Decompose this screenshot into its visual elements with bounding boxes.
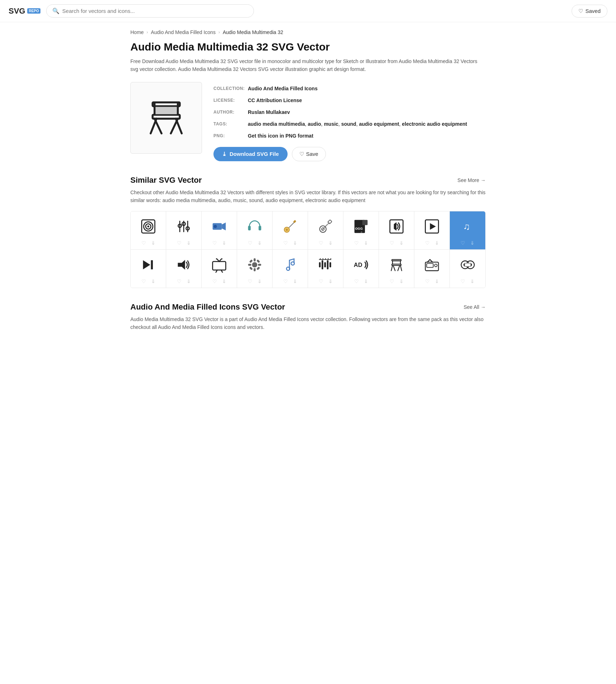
download-button[interactable]: ⤓ Download SVG File bbox=[213, 147, 288, 161]
icon-display-20 bbox=[457, 254, 478, 276]
search-input[interactable] bbox=[62, 8, 248, 14]
like-btn-14[interactable]: ♡ bbox=[247, 278, 253, 285]
download-btn-14[interactable]: ⇓ bbox=[257, 278, 263, 285]
icon-actions-16: ♡ ⇓ bbox=[318, 278, 333, 285]
music-sheet-icon bbox=[282, 257, 298, 273]
svg-rect-57 bbox=[258, 264, 261, 266]
icon-cell-18: ♡ ⇓ bbox=[379, 250, 414, 288]
download-btn-11[interactable]: ⇓ bbox=[150, 278, 156, 285]
svg-marker-40 bbox=[430, 223, 436, 229]
saved-label: Saved bbox=[585, 8, 601, 14]
download-icon: ⤓ bbox=[222, 151, 227, 157]
svg-rect-34 bbox=[362, 220, 368, 225]
svg-point-53 bbox=[252, 262, 258, 267]
save-button[interactable]: ♡ Save bbox=[292, 147, 326, 161]
download-btn-5[interactable]: ⇓ bbox=[292, 239, 298, 247]
icon-display-11 bbox=[138, 254, 159, 276]
see-all-link[interactable]: See All → bbox=[463, 304, 486, 310]
like-btn-15[interactable]: ♡ bbox=[283, 278, 289, 285]
like-btn-2[interactable]: ♡ bbox=[176, 239, 182, 247]
info-row-png: PNG: Get this icon in PNG format bbox=[213, 132, 486, 140]
electric-guitar-icon bbox=[282, 219, 298, 234]
like-btn-18[interactable]: ♡ bbox=[389, 278, 395, 285]
asset-icon bbox=[143, 95, 189, 141]
svg-point-86 bbox=[434, 264, 437, 267]
download-btn-15[interactable]: ⇓ bbox=[292, 278, 298, 285]
like-btn-6[interactable]: ♡ bbox=[318, 239, 324, 247]
download-btn-12[interactable]: ⇓ bbox=[186, 278, 192, 285]
like-btn-1[interactable]: ♡ bbox=[141, 239, 147, 247]
asset-preview bbox=[130, 82, 202, 154]
download-btn-1[interactable]: ⇓ bbox=[150, 239, 156, 247]
like-btn-3[interactable]: ♡ bbox=[212, 239, 218, 247]
like-btn-8[interactable]: ♡ bbox=[389, 239, 395, 247]
download-btn-18[interactable]: ⇓ bbox=[399, 278, 404, 285]
icon-actions-6: ♡ ⇓ bbox=[318, 239, 333, 247]
icon-actions-5: ♡ ⇓ bbox=[283, 239, 298, 247]
like-btn-17[interactable]: ♡ bbox=[353, 278, 360, 285]
download-btn-2[interactable]: ⇓ bbox=[186, 239, 192, 247]
svg-rect-22 bbox=[248, 226, 251, 230]
svg-text:AD: AD bbox=[354, 261, 362, 268]
svg-rect-56 bbox=[248, 264, 251, 266]
like-btn-12[interactable]: ♡ bbox=[176, 278, 182, 285]
breadcrumb-home[interactable]: Home bbox=[130, 29, 144, 35]
icon-actions-1: ♡ ⇓ bbox=[141, 239, 156, 247]
icon-display-10: ♫ bbox=[457, 216, 478, 237]
download-btn-8[interactable]: ⇓ bbox=[399, 239, 404, 247]
icon-display-13 bbox=[208, 254, 230, 276]
like-btn-13[interactable]: ♡ bbox=[212, 278, 218, 285]
breadcrumb-collection[interactable]: Audio And Media Filled Icons bbox=[151, 29, 216, 35]
see-more-text: See More bbox=[457, 177, 479, 183]
download-btn-13[interactable]: ⇓ bbox=[221, 278, 227, 285]
like-btn-5[interactable]: ♡ bbox=[283, 239, 289, 247]
svg-rect-93 bbox=[464, 263, 471, 267]
svg-rect-46 bbox=[213, 261, 226, 270]
icon-actions-11: ♡ ⇓ bbox=[141, 278, 156, 285]
icon-actions-12: ♡ ⇓ bbox=[176, 278, 192, 285]
download-btn-19[interactable]: ⇓ bbox=[434, 278, 440, 285]
svg-rect-23 bbox=[259, 226, 261, 230]
film-camera-icon bbox=[460, 257, 476, 273]
audio-bars-icon bbox=[318, 257, 333, 273]
svg-rect-76 bbox=[392, 259, 401, 261]
download-btn-20[interactable]: ⇓ bbox=[470, 278, 475, 285]
like-btn-11[interactable]: ♡ bbox=[141, 278, 147, 285]
icon-display-2 bbox=[173, 216, 194, 237]
icon-cell-5: ♡ ⇓ bbox=[273, 211, 308, 250]
site-logo[interactable]: SVG REPO bbox=[9, 6, 40, 16]
download-btn-9[interactable]: ⇓ bbox=[434, 239, 440, 247]
see-more-link[interactable]: See More → bbox=[457, 177, 486, 183]
license-label: LICENSE: bbox=[213, 97, 246, 104]
icon-cell-1: ♡ ⇓ bbox=[131, 211, 166, 250]
svg-line-81 bbox=[398, 265, 400, 271]
svg-point-51 bbox=[216, 258, 217, 259]
download-btn-6[interactable]: ⇓ bbox=[328, 239, 333, 247]
icon-cell-14: ♡ ⇓ bbox=[237, 250, 273, 288]
like-btn-7[interactable]: ♡ bbox=[353, 239, 360, 247]
icon-display-3 bbox=[208, 216, 230, 237]
download-btn-3[interactable]: ⇓ bbox=[221, 239, 227, 247]
like-btn-10[interactable]: ♡ bbox=[460, 239, 466, 247]
like-btn-9[interactable]: ♡ bbox=[424, 239, 430, 247]
svg-text:♫: ♫ bbox=[463, 221, 470, 231]
like-btn-20[interactable]: ♡ bbox=[460, 278, 466, 285]
svg-rect-67 bbox=[327, 260, 329, 269]
download-btn-16[interactable]: ⇓ bbox=[328, 278, 333, 285]
download-btn-7[interactable]: ⇓ bbox=[363, 239, 369, 247]
saved-button[interactable]: ♡ Saved bbox=[572, 5, 607, 18]
volume-icon bbox=[176, 257, 192, 273]
like-btn-4[interactable]: ♡ bbox=[247, 239, 253, 247]
author-label: AUTHOR: bbox=[213, 109, 246, 116]
like-btn-16[interactable]: ♡ bbox=[318, 278, 324, 285]
like-btn-19[interactable]: ♡ bbox=[424, 278, 430, 285]
icon-display-5 bbox=[279, 216, 301, 237]
ad-speaker-icon: AD bbox=[353, 257, 369, 273]
download-btn-4[interactable]: ⇓ bbox=[257, 239, 263, 247]
icon-display-15 bbox=[279, 254, 301, 276]
similar-icon-grid: ♡ ⇓ ♡ ⇓ bbox=[130, 211, 486, 288]
download-btn-10[interactable]: ⇓ bbox=[470, 239, 475, 247]
svg-text:OGG: OGG bbox=[355, 227, 363, 230]
settings-flower-icon bbox=[247, 257, 263, 273]
download-btn-17[interactable]: ⇓ bbox=[363, 278, 369, 285]
